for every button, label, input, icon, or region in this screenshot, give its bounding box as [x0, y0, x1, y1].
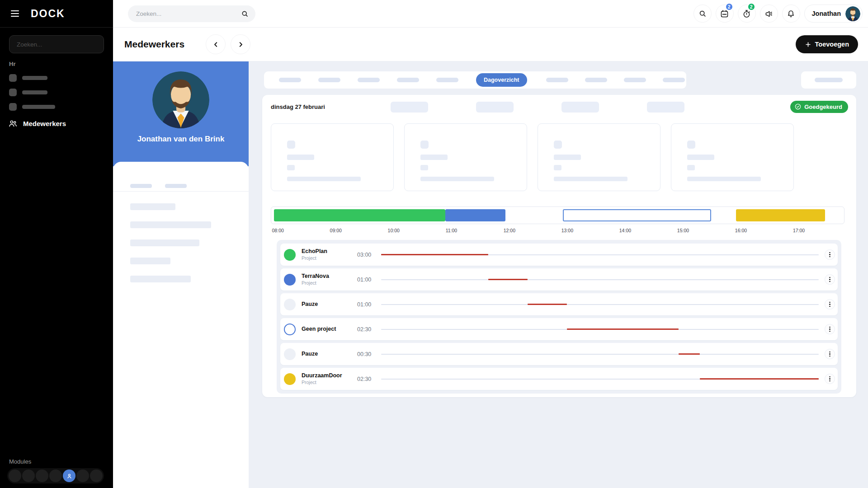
employee-avatar: [152, 71, 209, 128]
skeleton-bar: [287, 155, 314, 160]
timeline-segment-duurzaamdoor[interactable]: [736, 209, 826, 221]
hour-label: 17:00: [793, 228, 805, 233]
entry-timespan-track: [381, 379, 819, 380]
entry-timespan-track: [381, 354, 819, 355]
hamburger-menu-icon[interactable]: [9, 9, 21, 19]
sidebar-item-medewerkers[interactable]: Medewerkers: [8, 119, 113, 128]
content-header: Medewerkers Toevoegen: [113, 28, 868, 61]
skeleton-bar: [130, 221, 211, 228]
bell-icon: [786, 9, 796, 19]
hour-label: 10:00: [388, 228, 400, 233]
skeleton-bar: [420, 165, 428, 170]
user-avatar: [845, 6, 860, 21]
skeleton-pill: [130, 184, 152, 188]
skeleton-pill: [476, 102, 514, 113]
skeleton-bar: [687, 155, 714, 160]
row-menu-button[interactable]: [825, 349, 835, 359]
row-menu-button[interactable]: [825, 274, 835, 285]
calendar-button[interactable]: 2: [716, 5, 734, 23]
next-button[interactable]: [231, 34, 250, 54]
tab-skeleton: [585, 78, 607, 82]
sidebar-section-label: Hr: [9, 61, 113, 67]
page-title: Medewerkers: [124, 39, 184, 50]
profile-details-skeleton: [113, 192, 249, 282]
previous-button[interactable]: [206, 34, 226, 54]
skeleton-pill: [391, 102, 428, 113]
entry-text: TerraNovaProject: [302, 273, 351, 286]
add-button[interactable]: Toevoegen: [796, 35, 858, 53]
skeleton-icon: [9, 74, 17, 82]
module-button[interactable]: [22, 469, 35, 482]
sidebar-search-input[interactable]: [16, 41, 97, 48]
time-entry-row: TerraNovaProject01:00: [280, 268, 838, 291]
timer-button[interactable]: 2: [738, 5, 756, 23]
module-button-active[interactable]: [63, 469, 75, 482]
entry-name: DuurzaamDoor: [302, 372, 351, 380]
row-menu-button[interactable]: [825, 249, 835, 260]
entry-timespan-bar: [381, 254, 488, 255]
timeline-hour-labels: 08:0009:0010:0011:0012:0013:0014:0015:00…: [271, 228, 844, 234]
row-menu-button[interactable]: [825, 299, 835, 310]
kebab-dot: [829, 331, 830, 332]
skeleton-bar: [130, 203, 175, 210]
row-menu-button[interactable]: [825, 374, 835, 384]
summary-card-skeleton: [271, 123, 394, 191]
user-name: Jonathan: [812, 10, 841, 17]
profile-hero: Jonathan van den Brink: [113, 61, 249, 166]
entry-timespan-track: [381, 329, 819, 330]
row-menu-button[interactable]: [825, 324, 835, 334]
hour-label: 08:00: [272, 228, 284, 233]
entry-text: Geen project: [302, 326, 351, 333]
time-entry-row: Geen project02:30: [280, 318, 838, 340]
entry-name: Pauze: [302, 301, 351, 308]
notifications-button[interactable]: [782, 5, 800, 23]
skeleton-bar: [420, 155, 448, 160]
kebab-dot: [829, 256, 830, 258]
timeline-segment-terranova[interactable]: [445, 209, 505, 221]
module-button[interactable]: [76, 469, 89, 482]
entry-timespan-bar: [700, 378, 819, 380]
app-logo: DOCK: [31, 8, 65, 20]
global-search-input[interactable]: [135, 10, 241, 18]
entry-duration: 01:00: [357, 277, 375, 283]
entry-timespan-bar: [567, 328, 679, 330]
sidebar-header: DOCK: [0, 0, 113, 28]
module-button[interactable]: [36, 469, 48, 482]
day-header: dinsdag 27 februari Goedgekeurd: [262, 95, 856, 116]
search-icon: [698, 9, 707, 18]
entry-subtitle: Project: [302, 280, 351, 286]
employee-name: Jonathan van den Brink: [113, 135, 249, 144]
tab-dagoverzicht[interactable]: Dagoverzicht: [476, 73, 527, 87]
user-menu[interactable]: Jonathan: [804, 5, 863, 23]
entry-name: TerraNova: [302, 273, 351, 280]
entry-text: Pauze: [302, 351, 351, 358]
module-button[interactable]: [49, 469, 62, 482]
skeleton-bar: [130, 258, 170, 264]
project-color-dot: [284, 274, 296, 286]
tab-skeleton: [279, 78, 301, 82]
timeline-segment-geen-project[interactable]: [563, 209, 711, 221]
skeleton-bar: [287, 165, 295, 170]
kebab-dot: [829, 353, 830, 355]
kebab-dot: [829, 277, 830, 278]
module-button[interactable]: [9, 469, 21, 482]
tab-skeleton: [624, 78, 646, 82]
summary-card-skeleton: [671, 123, 794, 191]
entry-timespan-track: [381, 304, 819, 305]
tabs-bar: Dagoverzicht: [264, 71, 686, 89]
search-button[interactable]: [693, 5, 712, 23]
skeleton-bar: [22, 76, 47, 80]
status-label: Goedgekeurd: [804, 103, 842, 110]
entry-timespan-bar: [488, 279, 528, 280]
summary-card-skeleton: [538, 123, 660, 191]
timeline-segment-echoplan[interactable]: [274, 209, 445, 221]
skeleton-icon: [554, 141, 562, 149]
skeleton-bar: [554, 155, 581, 160]
tab-skeleton: [546, 78, 568, 82]
hour-label: 15:00: [677, 228, 689, 233]
tab-skeleton: [436, 78, 458, 82]
tab-skeleton: [358, 78, 380, 82]
module-button[interactable]: [90, 469, 103, 482]
skeleton-icon: [9, 103, 17, 111]
announcements-button[interactable]: [760, 5, 778, 23]
